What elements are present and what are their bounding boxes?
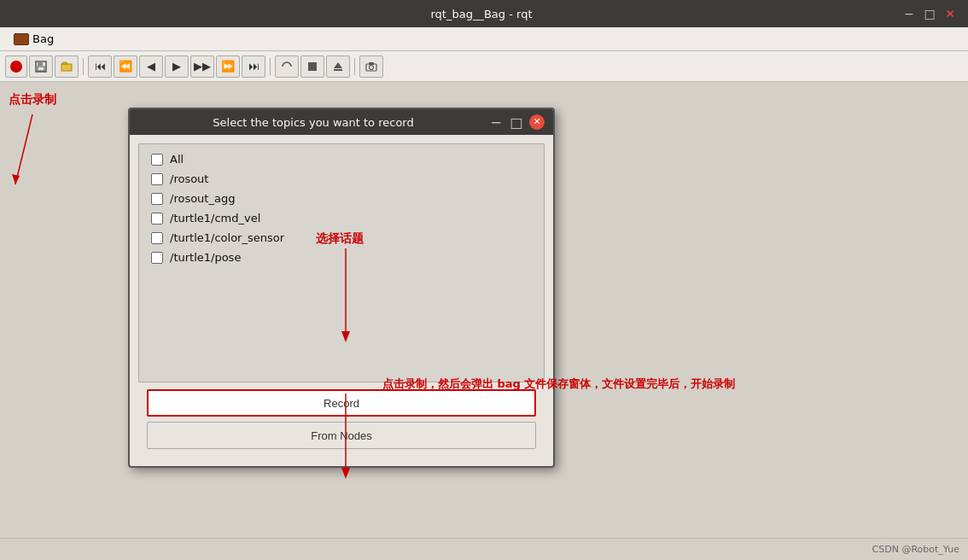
loop-icon [281, 61, 293, 73]
svg-rect-9 [369, 62, 374, 65]
folder-icon [61, 61, 73, 73]
svg-point-8 [370, 65, 374, 69]
arrow-click-record [7, 90, 143, 227]
topic-checkbox-color-sensor[interactable] [151, 232, 163, 244]
svg-line-10 [15, 114, 32, 184]
arrow-select-topic [337, 248, 354, 351]
svg-rect-4 [308, 62, 317, 71]
topic-item-all: All [151, 153, 532, 166]
bag-menu-label: Bag [32, 32, 54, 45]
annotation-select-topic: 选择话题 [316, 231, 364, 247]
annotation-click-record-text: 点击录制 [9, 92, 56, 106]
screenshot-button[interactable] [359, 55, 383, 78]
step-back-button[interactable]: ◀ [139, 55, 163, 78]
main-area: 点击录制 Select the topics you want to recor… [0, 82, 968, 538]
topic-checkbox-pose[interactable] [151, 252, 163, 264]
annotation-record-desc: 点击录制，然后会弹出 bag 文件保存窗体，文件设置完毕后，开始录制 [382, 376, 735, 392]
status-text: CSDN @Robot_Yue [872, 544, 959, 555]
bag-icon [14, 33, 29, 45]
stop-button[interactable] [300, 55, 324, 78]
topic-checkbox-cmd-vel[interactable] [151, 213, 163, 225]
open-button[interactable] [55, 55, 79, 78]
title-bar: rqt_bag__Bag - rqt − □ ✕ [0, 0, 968, 27]
svg-rect-6 [334, 69, 342, 71]
topic-item-rosout-agg: /rosout_agg [151, 192, 532, 205]
annotation-click-record: 点击录制 [9, 92, 56, 108]
topic-checkbox-rosout-agg[interactable] [151, 193, 163, 205]
maximize-button[interactable]: □ [922, 6, 937, 21]
svg-marker-11 [12, 174, 20, 184]
step-forward-button[interactable]: ▶▶ [190, 55, 214, 78]
minimize-button[interactable]: − [901, 6, 917, 21]
dialog-maximize-button[interactable]: □ [509, 114, 524, 131]
topic-item-rosout: /rosout [151, 172, 532, 185]
topic-checkbox-rosout[interactable] [151, 173, 163, 185]
svg-marker-5 [334, 62, 342, 68]
svg-rect-1 [38, 61, 43, 66]
go-start-button[interactable]: ⏮ [88, 55, 112, 78]
dialog-title-bar: Select the topics you want to record − □… [130, 109, 553, 135]
arrow-record-desc [337, 394, 354, 487]
annotation-select-topic-text: 选择话题 [316, 231, 364, 245]
toolbar-separator-3 [354, 58, 355, 75]
go-end-button[interactable]: ⏭ [242, 55, 265, 78]
fast-forward-button[interactable]: ⏩ [216, 55, 240, 78]
toolbar-separator-1 [83, 58, 84, 75]
topic-label-rosout: /rosout [170, 172, 208, 185]
rewind-button[interactable]: ⏪ [114, 55, 137, 78]
toolbar-separator-2 [270, 58, 271, 75]
eject-icon [333, 61, 343, 72]
close-button[interactable]: ✕ [942, 6, 958, 21]
record-toolbar-button[interactable] [5, 55, 27, 78]
dialog-minimize-button[interactable]: − [488, 114, 504, 131]
menu-bar: Bag [0, 27, 968, 51]
record-icon [10, 61, 22, 73]
save-icon [35, 61, 47, 73]
loop-button[interactable] [275, 55, 299, 78]
play-button[interactable]: ▶ [165, 55, 189, 78]
status-bar: CSDN @Robot_Yue [0, 538, 968, 560]
topic-label-color-sensor: /turtle1/color_sensor [170, 231, 284, 244]
dialog-controls: − □ ✕ [488, 114, 545, 131]
topic-label-all: All [170, 153, 184, 166]
topic-checkbox-all[interactable] [151, 154, 163, 166]
dialog-title: Select the topics you want to record [138, 116, 488, 129]
topic-label-rosout-agg: /rosout_agg [170, 192, 235, 205]
toolbar: ⏮ ⏪ ◀ ▶ ▶▶ ⏩ ⏭ [0, 51, 968, 82]
topic-label-cmd-vel: /turtle1/cmd_vel [170, 212, 260, 225]
eject-button[interactable] [326, 55, 350, 78]
svg-marker-13 [341, 331, 350, 342]
window-controls: − □ ✕ [901, 6, 958, 21]
camera-icon [365, 61, 377, 72]
bag-menu[interactable]: Bag [7, 31, 61, 47]
window-title: rqt_bag__Bag - rqt [61, 8, 901, 20]
svg-marker-15 [341, 468, 350, 479]
stop-icon [307, 61, 318, 72]
dialog-close-button[interactable]: ✕ [529, 114, 545, 130]
svg-rect-2 [38, 67, 44, 71]
topic-item-cmd-vel: /turtle1/cmd_vel [151, 212, 532, 225]
topic-label-pose: /turtle1/pose [170, 251, 241, 264]
annotation-record-desc-text: 点击录制，然后会弹出 bag 文件保存窗体，文件设置完毕后，开始录制 [382, 377, 735, 390]
save-button[interactable] [29, 55, 53, 78]
svg-rect-3 [61, 64, 72, 71]
